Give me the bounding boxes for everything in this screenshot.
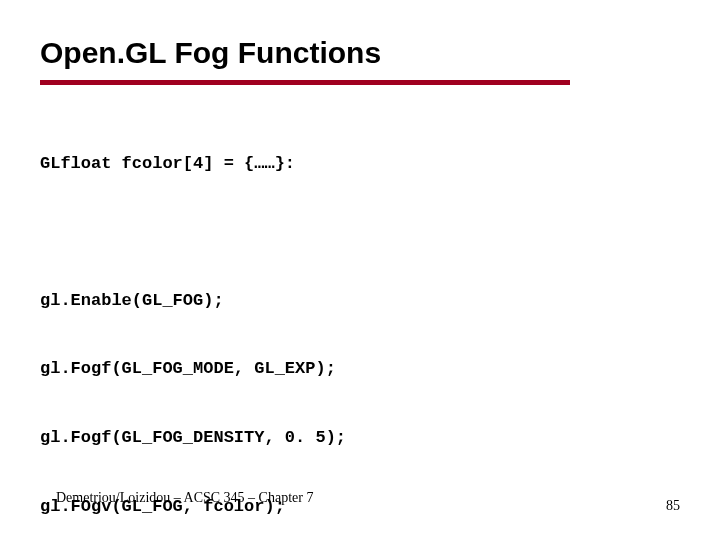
code-line-3: gl.Fogf(GL_FOG_DENSITY, 0. 5);	[40, 427, 680, 450]
code-line-2: gl.Fogf(GL_FOG_MODE, GL_EXP);	[40, 358, 680, 381]
code-block: GLfloat fcolor[4] = {……}: gl.Enable(GL_F…	[40, 107, 680, 540]
page-number: 85	[666, 498, 680, 514]
code-blank-line	[40, 222, 680, 244]
slide-title: Open.GL Fog Functions	[40, 36, 680, 70]
slide: Open.GL Fog Functions GLfloat fcolor[4] …	[0, 0, 720, 540]
title-underline	[40, 80, 570, 85]
code-line-decl: GLfloat fcolor[4] = {……}:	[40, 153, 680, 176]
footer-attribution: Demetriou/Loizidou – ACSC 345 – Chapter …	[56, 490, 313, 506]
code-line-1: gl.Enable(GL_FOG);	[40, 290, 680, 313]
